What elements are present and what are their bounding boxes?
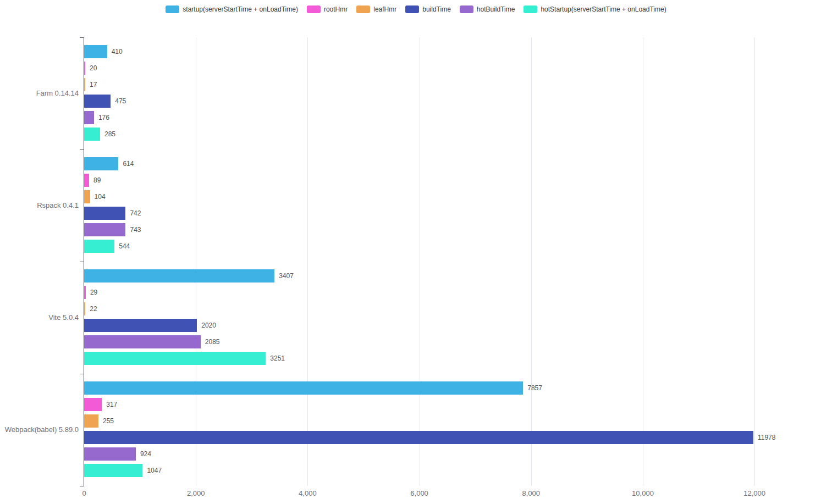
x-gridline	[420, 37, 420, 486]
bar-rootHmr[interactable]	[84, 286, 86, 299]
y-axis-category-label: Rspack 0.4.1	[2, 149, 79, 262]
bar-buildTime[interactable]	[84, 431, 753, 444]
bar-buildTime[interactable]	[84, 319, 197, 332]
bar-value-label: 2085	[205, 335, 220, 348]
x-gridline	[531, 37, 532, 486]
x-axis-tick-label: 10,000	[621, 489, 665, 497]
bar-hotStartup[interactable]	[84, 352, 266, 365]
x-axis-tick-label: 0	[62, 489, 106, 497]
bar-value-label: 614	[123, 157, 134, 170]
bar-value-label: 20	[90, 62, 97, 75]
y-axis-tick	[80, 486, 84, 486]
benchmark-bar-chart: startup(serverStartTime + onLoadTime)roo…	[0, 0, 832, 504]
bar-startup[interactable]	[84, 157, 118, 170]
bar-leafHmr[interactable]	[84, 414, 98, 428]
bar-hotStartup[interactable]	[84, 128, 100, 141]
bar-rootHmr[interactable]	[84, 62, 85, 75]
bar-value-label: 410	[112, 45, 123, 58]
x-axis-tick-label: 8,000	[509, 489, 553, 497]
y-axis-tick	[80, 374, 84, 374]
bar-hotBuildTime[interactable]	[84, 223, 125, 236]
bar-value-label: 22	[90, 302, 97, 315]
bar-value-label: 255	[103, 414, 114, 428]
bar-buildTime[interactable]	[84, 207, 125, 220]
bar-value-label: 742	[130, 207, 141, 220]
bar-value-label: 17	[90, 78, 97, 91]
bar-hotBuildTime[interactable]	[84, 335, 201, 348]
bar-value-label: 924	[140, 447, 151, 461]
bar-buildTime[interactable]	[84, 95, 111, 108]
bar-value-label: 3407	[279, 269, 294, 283]
bar-hotBuildTime[interactable]	[84, 447, 136, 461]
x-gridline	[307, 37, 308, 486]
x-gridline	[643, 37, 643, 486]
x-gridline	[196, 37, 196, 486]
bar-hotStartup[interactable]	[84, 240, 114, 253]
bar-value-label: 1047	[147, 464, 162, 477]
bar-value-label: 29	[90, 286, 97, 299]
x-axis-tick-label: 4,000	[285, 489, 329, 497]
x-gridline	[754, 37, 755, 486]
bar-value-label: 475	[115, 95, 126, 108]
bar-leafHmr[interactable]	[84, 190, 90, 203]
bar-value-label: 285	[104, 128, 115, 141]
bar-value-label: 7857	[527, 381, 542, 395]
bar-startup[interactable]	[84, 45, 107, 58]
y-axis-category-label: Webpack(babel) 5.89.0	[2, 374, 79, 486]
bar-value-label: 544	[119, 240, 130, 253]
bar-value-label: 176	[98, 111, 109, 124]
bar-value-label: 11978	[758, 431, 775, 444]
y-axis-category-label: Farm 0.14.14	[2, 37, 79, 149]
y-axis-tick	[80, 37, 84, 38]
bar-leafHmr[interactable]	[84, 78, 85, 91]
bar-value-label: 104	[95, 190, 106, 203]
bar-hotStartup[interactable]	[84, 464, 142, 477]
bar-startup[interactable]	[84, 381, 523, 395]
bar-startup[interactable]	[84, 269, 274, 283]
bar-value-label: 3251	[270, 352, 285, 365]
x-axis-tick-label: 2,000	[174, 489, 218, 497]
plot-area: 02,0004,0006,0008,00010,00012,000Farm 0.…	[0, 0, 832, 504]
y-axis-category-label: Vite 5.0.4	[2, 262, 79, 374]
x-axis-tick-label: 12,000	[732, 489, 776, 497]
y-axis-tick	[80, 149, 84, 150]
bar-leafHmr[interactable]	[84, 302, 85, 315]
x-axis-tick-label: 6,000	[398, 489, 442, 497]
bar-value-label: 2020	[201, 319, 216, 332]
bar-rootHmr[interactable]	[84, 398, 102, 411]
bar-rootHmr[interactable]	[84, 174, 89, 187]
bar-value-label: 89	[93, 174, 101, 187]
bar-value-label: 743	[130, 223, 141, 236]
bar-value-label: 317	[106, 398, 117, 411]
y-axis-tick	[80, 262, 84, 262]
bar-hotBuildTime[interactable]	[84, 111, 94, 124]
